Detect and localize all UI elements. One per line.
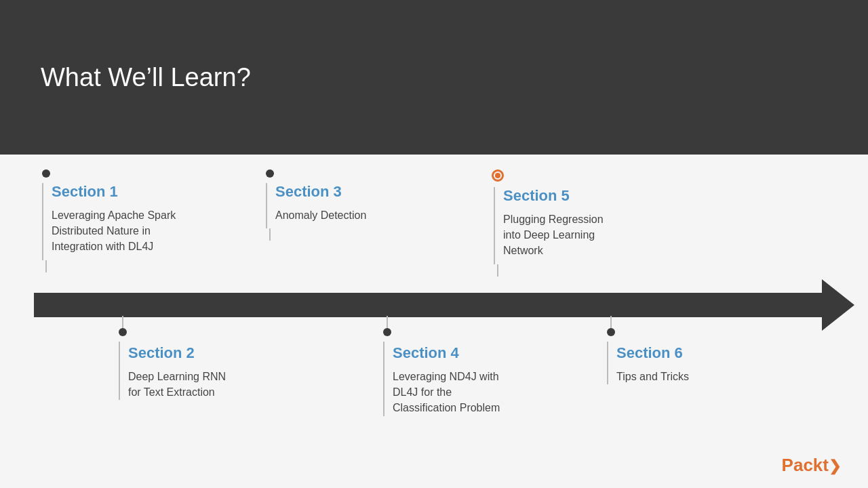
packt-logo: Packt❯ xyxy=(782,455,841,476)
section-3-dot xyxy=(266,169,274,178)
section-2-dot-row xyxy=(119,328,226,336)
section-1-dot-row xyxy=(42,169,176,178)
timeline-arrow xyxy=(822,279,854,331)
section-6-desc: Tips and Tricks xyxy=(616,369,689,384)
section-2-dot xyxy=(119,328,127,336)
section-5-container: Section 5 Plugging Regressioninto Deep L… xyxy=(492,169,604,264)
section-3-connector xyxy=(269,228,271,241)
section-2-container: Section 2 Deep Learning RNNfor Text Extr… xyxy=(119,328,226,400)
section-3-dot-row xyxy=(266,169,366,178)
section-3-content: Section 3 Anomaly Detection xyxy=(266,183,366,228)
section-4-title: Section 4 xyxy=(393,344,500,362)
section-4-container: Section 4 Leveraging ND4J withDL4J for t… xyxy=(383,328,500,416)
section-1-desc: Leveraging Apache SparkDistributed Natur… xyxy=(52,207,176,255)
section-4-desc: Leveraging ND4J withDL4J for theClassifi… xyxy=(393,369,500,416)
section-5-content: Section 5 Plugging Regressioninto Deep L… xyxy=(494,187,604,264)
header: What We’ll Learn? xyxy=(0,0,868,155)
section-2-desc: Deep Learning RNNfor Text Extraction xyxy=(128,369,226,400)
section-6-container: Section 6 Tips and Tricks xyxy=(607,328,689,384)
section-3-title: Section 3 xyxy=(275,183,366,201)
section-1-title: Section 1 xyxy=(52,183,176,201)
section-6-dot xyxy=(607,328,615,336)
section-3-container: Section 3 Anomaly Detection xyxy=(266,169,366,228)
section-2-connector xyxy=(122,316,123,328)
timeline xyxy=(34,293,827,317)
section-1-connector xyxy=(45,260,47,272)
section-6-dot-row xyxy=(607,328,689,336)
section-6-title: Section 6 xyxy=(616,344,689,362)
section-6-connector xyxy=(610,316,612,328)
section-5-connector xyxy=(497,264,498,277)
page-title: What We’ll Learn? xyxy=(41,63,251,92)
section-1-content: Section 1 Leveraging Apache SparkDistrib… xyxy=(42,183,176,260)
section-5-desc: Plugging Regressioninto Deep LearningNet… xyxy=(503,211,604,259)
content-area: Section 1 Leveraging Apache SparkDistrib… xyxy=(0,155,868,488)
section-1-container: Section 1 Leveraging Apache SparkDistrib… xyxy=(42,169,176,260)
section-4-dot xyxy=(383,328,391,336)
section-5-dot-row xyxy=(492,169,604,182)
section-5-title: Section 5 xyxy=(503,187,604,205)
section-5-dot xyxy=(492,169,504,182)
section-4-connector xyxy=(387,316,388,328)
section-3-desc: Anomaly Detection xyxy=(275,207,366,223)
section-4-dot-row xyxy=(383,328,500,336)
section-1-dot xyxy=(42,169,50,178)
section-2-content: Section 2 Deep Learning RNNfor Text Extr… xyxy=(119,342,226,400)
section-4-content: Section 4 Leveraging ND4J withDL4J for t… xyxy=(383,342,500,416)
section-2-title: Section 2 xyxy=(128,344,226,362)
section-6-content: Section 6 Tips and Tricks xyxy=(607,342,689,384)
